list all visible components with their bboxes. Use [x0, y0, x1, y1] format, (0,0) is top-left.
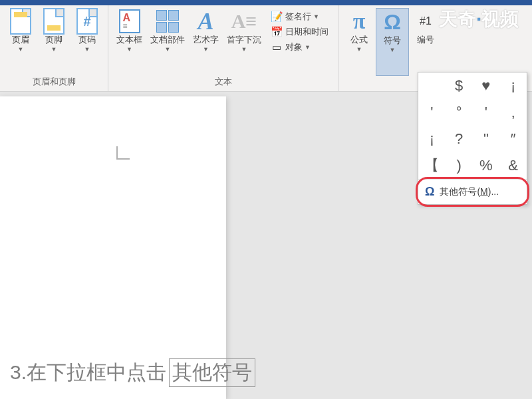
dropcap-icon: A≡ — [232, 9, 256, 33]
page-number-icon: # — [75, 9, 99, 33]
symbol-button[interactable]: Ω 符号 ▼ — [376, 8, 409, 76]
chevron-down-icon: ▼ — [165, 46, 171, 53]
symbol-cell[interactable]: " — [473, 126, 500, 152]
chevron-down-icon: ▼ — [356, 46, 362, 53]
omega-icon: Ω — [425, 185, 434, 199]
footer-icon — [42, 9, 66, 33]
quick-parts-icon — [156, 9, 180, 33]
equation-button[interactable]: π 公式 ▼ — [342, 8, 376, 76]
signature-line-button[interactable]: 📝 签名行 ▼ — [268, 9, 331, 24]
symbol-cell[interactable]: & — [499, 152, 527, 179]
symbol-grid: $ ♥ ¡ ' ° ' ‚ ¡ ? " ″ 【 ) % & — [418, 72, 527, 179]
header-button[interactable]: 页眉 ▼ — [4, 8, 37, 74]
page-number-button[interactable]: # 页码 ▼ — [70, 8, 104, 74]
signature-icon: 📝 — [271, 11, 283, 23]
date-time-button[interactable]: 📅 日期和时间 — [268, 25, 331, 39]
symbol-cell[interactable]: % — [473, 152, 500, 179]
chevron-down-icon: ▼ — [18, 46, 24, 53]
chevron-down-icon: ▼ — [126, 46, 132, 53]
group-header-footer: 页眉 ▼ 页脚 ▼ # 页码 ▼ 页眉和页脚 — [0, 5, 108, 91]
footer-button[interactable]: 页脚 ▼ — [37, 8, 70, 74]
chevron-down-icon: ▼ — [313, 13, 319, 20]
margin-mark — [116, 146, 130, 160]
chevron-down-icon: ▼ — [203, 46, 209, 53]
symbol-cell[interactable] — [418, 72, 446, 99]
title-bar — [0, 0, 532, 5]
textbox-button[interactable]: 文本框 ▼ — [112, 8, 146, 74]
omega-icon: Ω — [380, 10, 404, 34]
calendar-icon: 📅 — [271, 26, 283, 38]
symbol-dropdown: $ ♥ ¡ ' ° ' ‚ ¡ ? " ″ 【 ) % & Ω 其他符号(M).… — [418, 72, 527, 205]
symbol-cell[interactable]: ″ — [499, 126, 527, 152]
header-icon — [9, 9, 33, 33]
symbol-cell[interactable]: ¡ — [418, 126, 446, 152]
symbol-cell[interactable]: ♥ — [473, 72, 500, 99]
chevron-down-icon: ▼ — [390, 47, 396, 53]
symbol-cell[interactable]: ¡ — [499, 72, 527, 99]
wordart-icon: A — [194, 9, 218, 33]
watermark: 天奇·视频 — [439, 7, 519, 32]
symbol-cell[interactable]: ' — [418, 99, 446, 126]
instruction-caption: 3.在下拉框中点击其他符号 — [10, 358, 255, 387]
wordart-button[interactable]: A 艺术字 ▼ — [189, 8, 223, 74]
symbol-cell[interactable]: ? — [446, 126, 473, 152]
chevron-down-icon: ▼ — [241, 46, 247, 53]
chevron-down-icon: ▼ — [51, 46, 57, 53]
symbol-cell[interactable]: ° — [446, 99, 473, 126]
document-canvas[interactable] — [0, 96, 226, 399]
symbol-cell[interactable]: $ — [446, 72, 473, 99]
pi-icon: π — [347, 9, 371, 33]
object-icon: ▭ — [271, 41, 283, 53]
group-label: 页眉和页脚 — [4, 74, 104, 91]
chevron-down-icon: ▼ — [305, 44, 311, 51]
symbol-cell[interactable]: ) — [446, 152, 473, 179]
symbol-cell[interactable]: ' — [473, 99, 500, 126]
group-label: 文本 — [112, 74, 334, 91]
symbol-cell[interactable]: 【 — [418, 152, 446, 179]
group-text: 文本框 ▼ 文档部件 ▼ A 艺术字 ▼ A≡ 首字下沉 ▼ 📝 — [108, 5, 338, 91]
quick-parts-button[interactable]: 文档部件 ▼ — [146, 8, 189, 74]
textbox-icon — [118, 9, 142, 33]
dropcap-button[interactable]: A≡ 首字下沉 ▼ — [223, 8, 265, 74]
object-button[interactable]: ▭ 对象 ▼ — [268, 40, 331, 55]
symbol-cell[interactable]: ‚ — [499, 99, 527, 126]
more-symbols-label: 其他符号(M)... — [440, 186, 499, 198]
chevron-down-icon: ▼ — [84, 46, 90, 53]
number-icon: #1 — [414, 9, 438, 33]
number-button[interactable]: #1 编号 — [409, 8, 442, 76]
more-symbols-button[interactable]: Ω 其他符号(M)... — [418, 179, 527, 204]
